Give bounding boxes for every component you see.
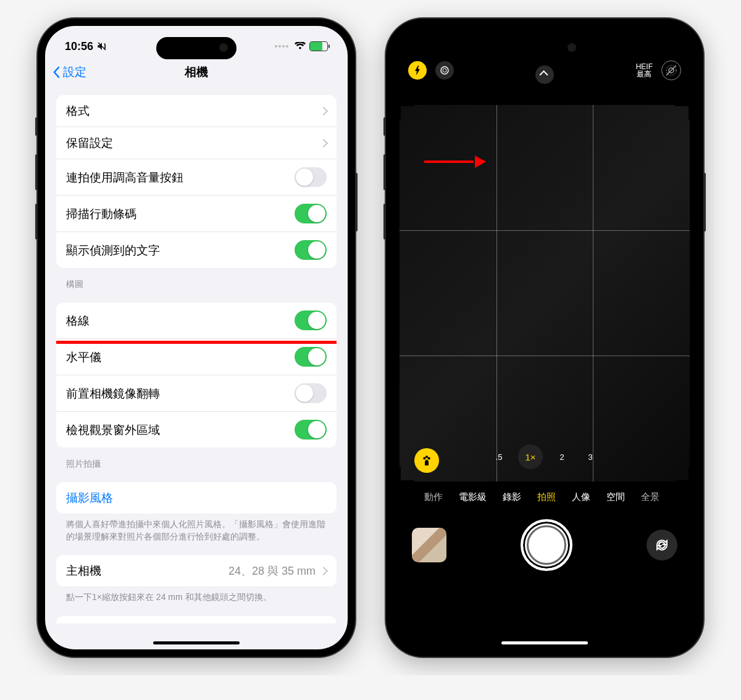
row-live-text: 顯示偵測到的文字 xyxy=(56,232,337,268)
night-mode-icon[interactable] xyxy=(435,61,454,80)
macro-button[interactable] xyxy=(414,448,439,473)
settings-group-main-camera: 主相機24、28 與 35 mm xyxy=(56,555,337,586)
home-indicator[interactable] xyxy=(501,641,588,644)
last-photo-thumbnail[interactable] xyxy=(412,528,446,562)
phone-camera: HEIF 最高 .5 1× 2 xyxy=(386,19,703,657)
viewfinder[interactable]: .5 1× 2 3 xyxy=(400,105,690,481)
mode-cinematic[interactable]: 電影級 xyxy=(459,491,487,503)
row-preserve-settings[interactable]: 保留設定 xyxy=(56,127,337,159)
mode-spatial[interactable]: 空間 xyxy=(606,491,625,503)
nav-bar: 設定 相機 xyxy=(45,58,348,86)
page-title: 相機 xyxy=(185,64,208,80)
toggle-mirror-front[interactable] xyxy=(295,383,327,403)
arrow-annotation-icon xyxy=(424,160,486,165)
toggle-burst-volume[interactable] xyxy=(295,167,327,187)
frame-corner-icon xyxy=(675,105,690,120)
row-photo-styles[interactable]: 攝影風格 xyxy=(56,482,337,514)
grid-line xyxy=(593,105,593,481)
chevron-right-icon xyxy=(319,106,328,115)
zoom-2x[interactable]: 2 xyxy=(553,448,571,466)
toggle-view-outside[interactable] xyxy=(295,420,327,440)
toggle-level[interactable] xyxy=(295,347,327,367)
row-format[interactable]: 格式 xyxy=(56,95,337,127)
row-main-camera[interactable]: 主相機24、28 與 35 mm xyxy=(56,555,337,586)
settings-group-style: 攝影風格 xyxy=(56,482,337,514)
settings-group-1: 格式 保留設定 連拍使用調高音量按鈕 掃描行動條碼 顯示偵測到的文字 xyxy=(56,95,337,268)
camera-flip-button[interactable] xyxy=(647,530,677,560)
mode-video[interactable]: 錄影 xyxy=(503,491,521,503)
row-burst-volume: 連拍使用調高音量按鈕 xyxy=(56,159,337,196)
mode-action[interactable]: 動作 xyxy=(424,491,443,503)
row-level: 水平儀 xyxy=(56,339,337,375)
mode-pano[interactable]: 全景 xyxy=(641,491,659,503)
row-portrait-photo: 拍照模式中的人像 xyxy=(56,616,337,623)
phone-settings: 10:56 設定 相機 格式 保留設定 連拍使用調高音量按鈕 掃描行動條碼 xyxy=(38,19,355,657)
section-header-composition: 構圖 xyxy=(56,268,337,294)
frame-corner-icon xyxy=(675,467,690,481)
chevron-right-icon xyxy=(319,138,328,147)
wifi-icon xyxy=(295,42,306,51)
flash-icon[interactable] xyxy=(408,61,427,80)
heif-label[interactable]: HEIF 最高 xyxy=(636,63,653,78)
settings-group-composition: 格線 水平儀 前置相機鏡像翻轉 檢視觀景窗外區域 xyxy=(56,302,337,448)
row-mirror-front: 前置相機鏡像翻轉 xyxy=(56,375,337,412)
zoom-bar: .5 1× 2 3 xyxy=(490,444,600,469)
status-time: 10:56 xyxy=(65,40,93,53)
frame-corner-icon xyxy=(400,467,414,481)
svg-line-5 xyxy=(666,65,676,75)
camera-chevron-up[interactable] xyxy=(535,65,554,84)
row-view-outside: 檢視觀景窗外區域 xyxy=(56,412,337,448)
svg-point-2 xyxy=(443,69,446,72)
mode-portrait[interactable]: 人像 xyxy=(572,491,590,503)
camera-bottom-row xyxy=(393,513,696,577)
toggle-live-text[interactable] xyxy=(295,240,327,260)
group4-footer: 點一下1×縮放按鈕來在 24 mm 和其他鏡頭之間切換。 xyxy=(56,586,337,604)
grid-line xyxy=(400,230,690,231)
grid-line xyxy=(496,105,497,481)
zoom-3x[interactable]: 3 xyxy=(581,448,600,466)
group3-footer: 將個人喜好帶進拍攝中來個人化照片風格。「攝影風格」會使用進階的場景理解來對照片各… xyxy=(56,514,337,543)
back-button[interactable]: 設定 xyxy=(52,64,86,80)
section-header-photo: 照片拍攝 xyxy=(56,448,337,473)
toggle-grid[interactable] xyxy=(295,310,327,330)
live-photo-icon[interactable] xyxy=(661,60,681,80)
silent-icon xyxy=(97,41,107,51)
camera-mode-row[interactable]: 動作 電影級 錄影 拍照 人像 空間 全景 xyxy=(393,481,696,513)
home-indicator[interactable] xyxy=(153,641,240,644)
dynamic-island xyxy=(504,37,585,59)
toggle-scan-qr[interactable] xyxy=(295,204,327,223)
svg-point-1 xyxy=(441,67,448,74)
settings-group-portrait: 拍照模式中的人像 xyxy=(56,616,337,623)
shutter-button[interactable] xyxy=(521,519,572,571)
row-scan-qr: 掃描行動條碼 xyxy=(56,196,337,232)
chevron-right-icon xyxy=(319,567,328,575)
frame-corner-icon xyxy=(400,105,414,120)
row-grid: 格線 xyxy=(56,302,337,339)
zoom-0-5[interactable]: .5 xyxy=(490,448,508,466)
grid-line xyxy=(400,356,690,356)
battery-icon xyxy=(309,41,328,51)
zoom-1x[interactable]: 1× xyxy=(518,444,543,469)
network-dots xyxy=(275,45,288,48)
dynamic-island xyxy=(156,37,237,59)
mode-photo[interactable]: 拍照 xyxy=(537,491,556,503)
